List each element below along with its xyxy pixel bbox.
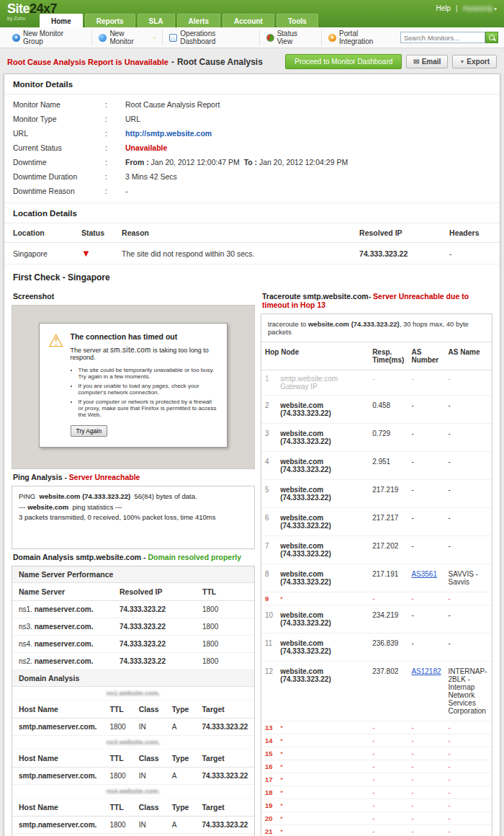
domain-analysis-block: ns1.website.com.Host NameTTLClassTypeTar… xyxy=(12,687,254,736)
try-again-button: Try Again xyxy=(71,425,108,437)
trace-row: 16*--- xyxy=(261,760,492,773)
table-header-row: Host NameTTLClassTypeTarget xyxy=(12,750,254,768)
as-name-cell: SAVVIS - Savvis xyxy=(445,564,492,592)
export-button[interactable]: ▼Export xyxy=(452,55,497,68)
app-header: Site24x7 by Zoho Help | myasuraj ▾ HomeR… xyxy=(0,0,504,27)
resp-time-cell: - xyxy=(369,760,408,773)
search-input[interactable] xyxy=(400,32,485,43)
trace-row: 8website.com (74.333.323.22)217.191AS356… xyxy=(261,564,492,592)
hop-number-cell: 9 xyxy=(261,592,276,605)
tab-home[interactable]: Home xyxy=(40,14,83,27)
column-header: Target xyxy=(195,750,254,768)
host-name-cell: smtp.nameserver.com. xyxy=(12,817,103,834)
user-menu[interactable]: myasuraj ▾ xyxy=(463,4,497,12)
hop-number-cell: 14 xyxy=(261,734,276,747)
as-number-cell: - xyxy=(408,480,444,508)
as-name-cell: - xyxy=(445,480,492,508)
table-header-row: Host NameTTLClassTypeTarget xyxy=(12,799,254,817)
as-name-cell: - xyxy=(445,747,492,760)
search-icon[interactable] xyxy=(485,32,498,43)
down-status-icon: ▼ xyxy=(81,248,91,259)
hop-number-cell: 3 xyxy=(261,424,276,452)
toolbar-new-monitor-group[interactable]: +New Monitor Group xyxy=(6,30,92,45)
export-icon: ▼ xyxy=(459,59,464,64)
dialog-title: The connection has timed out xyxy=(71,332,218,341)
domain-record-table: Host NameTTLClassTypeTargetsmtp.nameserv… xyxy=(12,701,254,736)
hop-node-cell: website.com (74.333.323.22) xyxy=(276,536,369,564)
ttl-cell: 1800 xyxy=(196,636,254,653)
toolbar-item-label: New Monitor xyxy=(109,30,150,45)
trace-row: 14*--- xyxy=(261,734,492,747)
first-check-heading: First Check - Singapore xyxy=(4,266,500,288)
help-link[interactable]: Help xyxy=(436,4,451,12)
page-title-bar: Root Cause Analysis Report is Unavailabl… xyxy=(0,48,504,74)
nameserver-row: ns3. nameserver.com.74.333.323.221800 xyxy=(12,618,254,636)
resp-time-cell: 236.839 xyxy=(369,633,408,662)
resp-time-cell: 217.219 xyxy=(369,480,408,508)
hop-number-cell: 11 xyxy=(261,633,276,662)
proceed-to-dashboard-button[interactable]: Proceed to Monitor Dashboard xyxy=(285,54,402,69)
table-header-row: Host NameTTLClassTypeTarget xyxy=(12,701,254,719)
resp-time-cell: 0.458 xyxy=(369,396,408,424)
tab-reports[interactable]: Reports xyxy=(85,14,135,27)
hop-node-cell: website.com (74.333.323.22) xyxy=(276,605,369,633)
nameserver-blurred-label: ns1.website.com. xyxy=(12,687,254,701)
as-name-cell: - xyxy=(445,633,492,662)
as-name-cell: - xyxy=(445,760,492,773)
failed-host: sm.site.com xyxy=(110,346,151,354)
hop-node-cell: * xyxy=(276,734,369,747)
nameserver-cell: ns3. nameserver.com. xyxy=(12,618,113,636)
divider: | xyxy=(456,4,458,12)
hop-number-cell: 10 xyxy=(261,605,276,633)
hop-number-cell: 20 xyxy=(261,812,276,825)
quick-actions-toolbar: +New Monitor GroupNew Monitor▾Operations… xyxy=(0,27,504,48)
username-label: myasuraj xyxy=(463,4,492,12)
main-nav-tabs: HomeReportsSLAAlertsAccountTools xyxy=(40,14,318,27)
ttl-cell: 1800 xyxy=(196,618,254,636)
detail-row-current-status: Current Status: Unavailable xyxy=(4,141,500,155)
resp-time-cell: - xyxy=(369,370,408,396)
report-panel: Monitor Details Monitor Name: Root Cause… xyxy=(4,74,500,836)
toolbar-item-label: New Monitor Group xyxy=(23,30,85,45)
as-number-cell: - xyxy=(408,760,444,773)
tab-tools[interactable]: Tools xyxy=(276,14,318,27)
toolbar-operations-dashboard[interactable]: Operations Dashboard xyxy=(163,30,259,45)
unavailable-alert-text: Root Cause Analysis Report is Unavailabl… xyxy=(7,58,168,66)
email-button[interactable]: ✉Email xyxy=(406,55,448,68)
resolved-ip-cell: 74.333.323.22 xyxy=(113,636,196,653)
trace-row: 21*--- xyxy=(261,825,492,836)
resp-time-cell: - xyxy=(369,592,408,605)
monitor-url-link[interactable]: http://smtp.website.com xyxy=(125,129,212,138)
as-number-cell: - xyxy=(408,424,444,452)
resp-time-cell: 217.217 xyxy=(369,508,408,536)
nameserver-cell: ns1. nameserver.com. xyxy=(12,601,113,618)
tab-account[interactable]: Account xyxy=(222,14,274,27)
tab-sla[interactable]: SLA xyxy=(138,14,175,27)
nameserver-row: ns1. nameserver.com.74.333.323.221800 xyxy=(12,601,254,618)
as-number-cell: - xyxy=(408,799,444,812)
as-number-cell: AS12182 xyxy=(408,662,444,721)
as-number-link[interactable]: AS3561 xyxy=(411,570,437,578)
toolbar-status-view[interactable]: Status View xyxy=(260,30,322,45)
type-cell: A xyxy=(166,768,196,785)
column-header: Host Name xyxy=(12,799,103,817)
as-name-cell: - xyxy=(445,592,492,605)
trace-row: 19*--- xyxy=(261,799,492,812)
as-number-cell: - xyxy=(408,452,444,480)
hop-number-cell: 7 xyxy=(261,536,276,564)
as-number-cell: - xyxy=(408,633,444,662)
as-name-cell: - xyxy=(445,786,492,799)
toolbar-portal-integration[interactable]: +Portal Integration xyxy=(322,30,400,45)
column-header: TTL xyxy=(103,799,132,817)
hop-node-cell: * xyxy=(276,812,369,825)
column-header: Type xyxy=(166,701,196,719)
as-number-cell: - xyxy=(408,825,444,836)
trace-row: 3website.com (74.333.323.22)0.729-- xyxy=(261,424,492,452)
toolbar-new-monitor[interactable]: New Monitor▾ xyxy=(92,30,163,45)
as-name-cell: - xyxy=(445,721,492,734)
toolbar-item-label: Portal Integration xyxy=(339,30,394,45)
as-name-cell: INTERNAP-2BLK - Internap Network Service… xyxy=(445,662,492,721)
as-number-link[interactable]: AS12182 xyxy=(411,667,441,675)
column-header: Target xyxy=(195,701,254,719)
tab-alerts[interactable]: Alerts xyxy=(177,14,220,27)
